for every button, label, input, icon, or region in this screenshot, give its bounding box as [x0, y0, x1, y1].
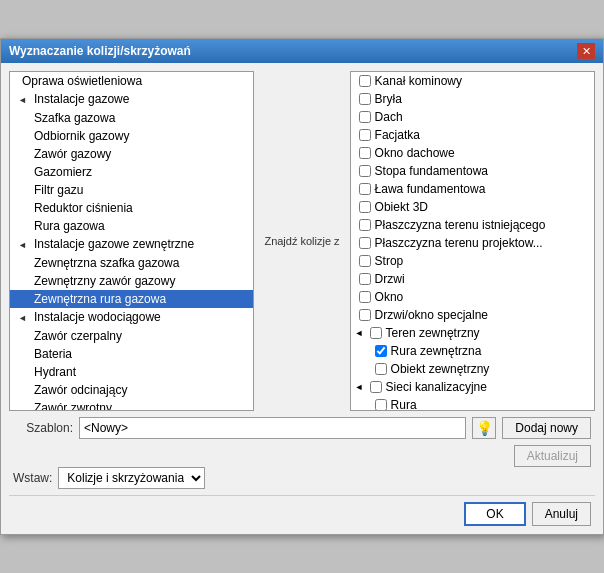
checkbox-strop[interactable]: [359, 255, 371, 267]
close-button[interactable]: ✕: [577, 43, 595, 59]
checkbox-sieci-kan-group[interactable]: [370, 381, 382, 393]
dialog-title: Wyznaczanie kolizji/skrzyżowań: [9, 44, 191, 58]
checkbox-drzwi-okno-spec[interactable]: [359, 309, 371, 321]
right-check-item-kanal[interactable]: Kanał kominowy: [351, 72, 594, 90]
wstaw-label: Wstaw:: [13, 471, 52, 485]
right-check-item-okno[interactable]: Okno: [351, 288, 594, 306]
checkbox-drzwi[interactable]: [359, 273, 371, 285]
checkbox-facjatka[interactable]: [359, 129, 371, 141]
ok-button[interactable]: OK: [464, 502, 525, 526]
check-label-rura-kan: Rura: [391, 397, 417, 411]
check-label-okno: Okno: [375, 289, 404, 305]
left-tree-item-zew-szafka-gaz[interactable]: Zewnętrzna szafka gazowa: [10, 254, 253, 272]
title-bar: Wyznaczanie kolizji/skrzyżowań ✕: [1, 39, 603, 63]
checkbox-obiekt-zew[interactable]: [375, 363, 387, 375]
left-tree-item-zew-zawor-gaz[interactable]: Zewnętrzny zawór gazowy: [10, 272, 253, 290]
dodaj-nowy-button[interactable]: Dodaj nowy: [502, 417, 591, 439]
right-check-item-drzwi-okno-spec[interactable]: Drzwi/okno specjalne: [351, 306, 594, 324]
checkbox-lawa[interactable]: [359, 183, 371, 195]
checkbox-dach[interactable]: [359, 111, 371, 123]
check-label-rura-zew: Rura zewnętrzna: [391, 343, 482, 359]
check-label-teren-zew-group: Teren zewnętrzny: [386, 325, 480, 341]
left-tree-item-zawor-czerp[interactable]: Zawór czerpalny: [10, 327, 253, 345]
left-tree-item-hydrant[interactable]: Hydrant: [10, 363, 253, 381]
middle-label: Znajdź kolizje z: [260, 71, 343, 411]
check-label-sieci-kan-group: Sieci kanalizacyjne: [386, 379, 487, 395]
bottom-section: Szablon: 💡 Dodaj nowy Aktualizuj Wstaw: …: [9, 417, 595, 526]
szablon-input[interactable]: [79, 417, 466, 439]
check-label-strop: Strop: [375, 253, 404, 269]
left-tree-item-zawor-odcin[interactable]: Zawór odcinający: [10, 381, 253, 399]
right-check-item-plaszcz-proj[interactable]: Płaszczyzna terenu projektow...: [351, 234, 594, 252]
left-tree-item-odbiornik-gaz[interactable]: Odbiornik gazowy: [10, 127, 253, 145]
szablon-label: Szablon:: [13, 421, 73, 435]
checkbox-plaszcz-istn[interactable]: [359, 219, 371, 231]
left-tree-item-oprawa[interactable]: Oprawa oświetleniowa: [10, 72, 253, 90]
dialog: Wyznaczanie kolizji/skrzyżowań ✕ Oprawa …: [0, 38, 604, 535]
right-check-item-obiekt-zew[interactable]: Obiekt zewnętrzny: [351, 360, 594, 378]
dialog-content: Oprawa oświetleniowa◄Instalacje gazoweSz…: [1, 63, 603, 534]
checkbox-rura-kan[interactable]: [375, 399, 387, 411]
right-check-item-dach[interactable]: Dach: [351, 108, 594, 126]
check-label-obiekt3d: Obiekt 3D: [375, 199, 428, 215]
right-list-panel[interactable]: Kanał kominowyBryłaDachFacjatkaOkno dach…: [350, 71, 595, 411]
aktualizuj-button[interactable]: Aktualizuj: [514, 445, 591, 467]
check-label-drzwi: Drzwi: [375, 271, 405, 287]
anuluj-button[interactable]: Anuluj: [532, 502, 591, 526]
right-check-item-facjatka[interactable]: Facjatka: [351, 126, 594, 144]
left-tree-item-filtr-gazu[interactable]: Filtr gazu: [10, 181, 253, 199]
left-tree-item-inst-wod[interactable]: ◄Instalacje wodociągowe: [10, 308, 253, 327]
right-check-item-sieci-kan-group[interactable]: ◄Sieci kanalizacyjne: [351, 378, 594, 396]
right-check-item-rura-kan[interactable]: Rura: [351, 396, 594, 411]
right-check-item-lawa[interactable]: Ława fundamentowa: [351, 180, 594, 198]
wstaw-select[interactable]: Kolizje i skrzyżowania Kolizje Skrzyżowa…: [58, 467, 205, 489]
main-row: Oprawa oświetleniowa◄Instalacje gazoweSz…: [9, 71, 595, 411]
right-check-item-drzwi[interactable]: Drzwi: [351, 270, 594, 288]
right-check-item-teren-zew-group[interactable]: ◄Teren zewnętrzny: [351, 324, 594, 342]
check-label-obiekt-zew: Obiekt zewnętrzny: [391, 361, 490, 377]
check-label-plaszcz-istn: Płaszczyzna terenu istniejącego: [375, 217, 546, 233]
left-list-panel[interactable]: Oprawa oświetleniowa◄Instalacje gazoweSz…: [9, 71, 254, 411]
right-check-item-stopa[interactable]: Stopa fundamentowa: [351, 162, 594, 180]
check-label-kanal: Kanał kominowy: [375, 73, 462, 89]
checkbox-plaszcz-proj[interactable]: [359, 237, 371, 249]
check-label-bryla: Bryła: [375, 91, 402, 107]
left-tree-item-zew-rura-gaz[interactable]: Zewnętrzna rura gazowa: [10, 290, 253, 308]
toggle-icon-sieci-kan-group: ◄: [355, 379, 364, 395]
right-check-item-strop[interactable]: Strop: [351, 252, 594, 270]
left-tree-item-bateria[interactable]: Bateria: [10, 345, 253, 363]
lamp-button[interactable]: 💡: [472, 417, 496, 439]
left-tree-item-reduktor-cis[interactable]: Reduktor ciśnienia: [10, 199, 253, 217]
wstaw-row: Wstaw: Kolizje i skrzyżowania Kolizje Sk…: [9, 467, 595, 489]
check-label-facjatka: Facjatka: [375, 127, 420, 143]
checkbox-kanal[interactable]: [359, 75, 371, 87]
checkbox-obiekt3d[interactable]: [359, 201, 371, 213]
right-check-item-rura-zew[interactable]: Rura zewnętrzna: [351, 342, 594, 360]
checkbox-okno[interactable]: [359, 291, 371, 303]
left-tree-item-zawor-gaz[interactable]: Zawór gazowy: [10, 145, 253, 163]
check-label-okno-dach: Okno dachowe: [375, 145, 455, 161]
left-tree-item-inst-gaz-zew[interactable]: ◄Instalacje gazowe zewnętrzne: [10, 235, 253, 254]
checkbox-stopa[interactable]: [359, 165, 371, 177]
check-label-drzwi-okno-spec: Drzwi/okno specjalne: [375, 307, 488, 323]
left-tree-item-gazomierz[interactable]: Gazomierz: [10, 163, 253, 181]
right-check-item-okno-dach[interactable]: Okno dachowe: [351, 144, 594, 162]
left-tree-item-szafka-gaz[interactable]: Szafka gazowa: [10, 109, 253, 127]
checkbox-bryla[interactable]: [359, 93, 371, 105]
aktualizuj-row: Aktualizuj: [9, 445, 595, 467]
left-tree-item-rura-gaz[interactable]: Rura gazowa: [10, 217, 253, 235]
check-label-dach: Dach: [375, 109, 403, 125]
checkbox-okno-dach[interactable]: [359, 147, 371, 159]
bottom-buttons-row: OK Anuluj: [9, 495, 595, 526]
right-check-item-obiekt3d[interactable]: Obiekt 3D: [351, 198, 594, 216]
checkbox-rura-zew[interactable]: [375, 345, 387, 357]
check-label-stopa: Stopa fundamentowa: [375, 163, 488, 179]
left-tree-item-inst-gaz[interactable]: ◄Instalacje gazowe: [10, 90, 253, 109]
left-tree-item-zawor-zwrot[interactable]: Zawór zwrotny: [10, 399, 253, 411]
znajdz-label: Znajdź kolizje z: [264, 235, 339, 247]
right-check-item-bryla[interactable]: Bryła: [351, 90, 594, 108]
right-check-item-plaszcz-istn[interactable]: Płaszczyzna terenu istniejącego: [351, 216, 594, 234]
szablon-row: Szablon: 💡 Dodaj nowy: [9, 417, 595, 439]
checkbox-teren-zew-group[interactable]: [370, 327, 382, 339]
check-label-lawa: Ława fundamentowa: [375, 181, 486, 197]
